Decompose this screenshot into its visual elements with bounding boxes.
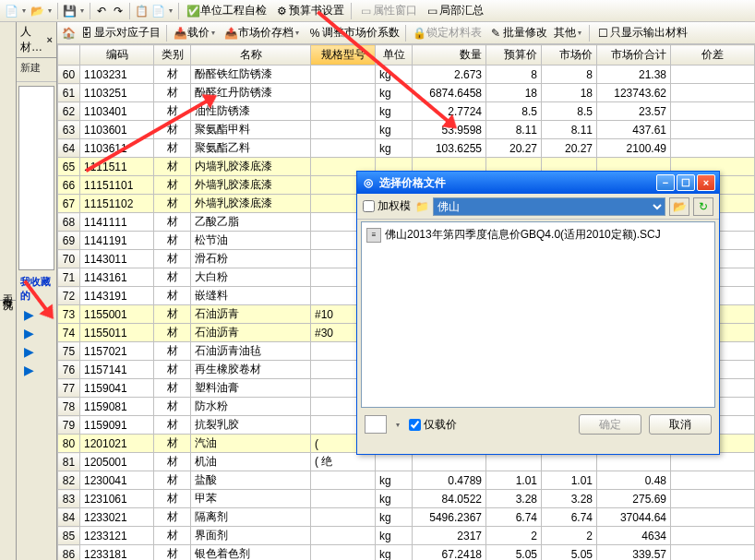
spec-cell[interactable]	[311, 121, 376, 139]
file-list[interactable]: ≡ 佛山2013年第四季度信息价GBQ4.0(适用2010定额).SCJ	[361, 221, 715, 408]
type-header[interactable]: 类别	[154, 45, 191, 66]
code-cell[interactable]: 1141111	[80, 213, 154, 232]
show-children-button[interactable]: 🗄显示对应子目	[77, 24, 163, 42]
dprice-cell[interactable]	[671, 490, 755, 508]
code-cell[interactable]: 1159081	[80, 398, 154, 416]
lock-table-button[interactable]: 🔒锁定材料表	[409, 24, 485, 42]
code-cell[interactable]: 1111511	[80, 158, 154, 176]
paste-icon[interactable]: 📄	[150, 4, 165, 18]
dprice-cell[interactable]	[671, 527, 755, 545]
price-cell[interactable]: 5.05	[486, 545, 542, 561]
code-cell[interactable]: 1157021	[80, 342, 154, 361]
code-cell[interactable]: 1159041	[80, 379, 154, 398]
price-cell[interactable]: 20.27	[486, 139, 542, 158]
weighted-checkbox[interactable]: 加权模	[363, 198, 411, 214]
price-cell[interactable]	[486, 453, 542, 471]
qty-cell[interactable]: 5496.2367	[413, 508, 486, 527]
unit-cell[interactable]: kg	[376, 102, 413, 121]
dprice-cell[interactable]	[671, 545, 755, 561]
adjust-coeff-button[interactable]: %调整市场价系数	[305, 24, 402, 42]
total-cell[interactable]: 437.61	[597, 121, 671, 139]
name-cell[interactable]: 大白粉	[191, 268, 311, 287]
qty-cell[interactable]: 67.2418	[413, 545, 486, 561]
table-row[interactable]: 63 1103601 材 聚氨酯甲料 kg 53.9598 8.11 8.11 …	[58, 121, 755, 139]
name-cell[interactable]: 甲苯	[191, 490, 311, 508]
spec-cell[interactable]	[311, 490, 376, 508]
name-cell[interactable]: 汽油	[191, 435, 311, 453]
type-cell[interactable]: 材	[154, 268, 191, 287]
dprice-cell[interactable]	[671, 66, 755, 84]
table-row[interactable]: 82 1230041 材 盐酸 kg 0.4789 1.01 1.01 0.48	[58, 471, 755, 490]
budget-settings-button[interactable]: ⚙预算书设置	[271, 2, 347, 19]
code-cell[interactable]: 1155001	[80, 305, 154, 324]
close-icon[interactable]: ×	[47, 34, 53, 45]
favorites-item[interactable]: 我收藏的	[17, 272, 56, 305]
type-cell[interactable]: 材	[154, 490, 191, 508]
spec-cell[interactable]	[311, 471, 376, 490]
table-row[interactable]: 61 1103251 材 酚醛红丹防锈漆 kg 6874.6458 18 18 …	[58, 84, 755, 102]
name-cell[interactable]: 界面剂	[191, 527, 311, 545]
name-cell[interactable]: 酚醛铁红防锈漆	[191, 66, 311, 84]
spec-cell[interactable]	[311, 102, 376, 121]
code-cell[interactable]: 1233021	[80, 508, 154, 527]
type-cell[interactable]: 材	[154, 508, 191, 527]
spec-cell[interactable]	[311, 545, 376, 561]
type-cell[interactable]: 材	[154, 305, 191, 324]
dropdown-arrow-icon[interactable]: ▾	[394, 421, 401, 429]
type-cell[interactable]: 材	[154, 102, 191, 121]
load-price-button[interactable]: 📥载价▾	[170, 24, 220, 42]
mprice-cell[interactable]: 8	[542, 66, 597, 84]
dprice-header[interactable]: 价差	[671, 45, 755, 66]
mprice-cell[interactable]: 8.11	[542, 121, 597, 139]
unit-cell[interactable]: kg	[376, 545, 413, 561]
load-price-only-checkbox[interactable]: 仅载价	[409, 417, 457, 433]
table-row[interactable]: 60 1103231 材 酚醛铁红防锈漆 kg 2.673 8 8 21.38	[58, 66, 755, 84]
spec-cell[interactable]: ( 绝	[311, 453, 376, 471]
type-cell[interactable]: 材	[154, 84, 191, 102]
table-row[interactable]: 64 1103611 材 聚氨酯乙料 kg 103.6255 20.27 20.…	[58, 139, 755, 158]
name-cell[interactable]: 酚醛红丹防锈漆	[191, 84, 311, 102]
type-cell[interactable]: 材	[154, 545, 191, 561]
qty-cell[interactable]: 6874.6458	[413, 84, 486, 102]
type-cell[interactable]: 材	[154, 435, 191, 453]
unit-cell[interactable]: kg	[376, 139, 413, 158]
type-cell[interactable]: 材	[154, 324, 191, 342]
table-row[interactable]: 86 1233181 材 银色着色剂 kg 67.2418 5.05 5.05 …	[58, 545, 755, 561]
spec-cell[interactable]	[311, 508, 376, 527]
total-cell[interactable]	[597, 453, 671, 471]
dprice-cell[interactable]	[671, 102, 755, 121]
name-cell[interactable]: 松节油	[191, 232, 311, 250]
type-cell[interactable]: 材	[154, 232, 191, 250]
mprice-cell[interactable]: 20.27	[542, 139, 597, 158]
name-header[interactable]: 名称	[191, 45, 311, 66]
dropdown-arrow-icon[interactable]: ▾	[46, 6, 54, 15]
mprice-cell[interactable]: 1.01	[542, 471, 597, 490]
price-cell[interactable]: 1.01	[486, 471, 542, 490]
code-cell[interactable]: 1143161	[80, 268, 154, 287]
property-window-button[interactable]: ▭属性窗口	[355, 2, 420, 19]
name-cell[interactable]: 聚氨酯乙料	[191, 139, 311, 158]
name-cell[interactable]: 银色着色剂	[191, 545, 311, 561]
code-cell[interactable]: 1143011	[80, 250, 154, 268]
name-cell[interactable]: 外墙乳胶漆底漆	[191, 176, 311, 195]
spec-cell[interactable]	[311, 139, 376, 158]
table-row[interactable]: 62 1103401 材 油性防锈漆 kg 2.7724 8.5 8.5 23.…	[58, 102, 755, 121]
dropdown-arrow-icon[interactable]: ▾	[167, 6, 174, 15]
name-cell[interactable]: 聚氨酯甲料	[191, 121, 311, 139]
blank-doc-icon[interactable]: 📄	[4, 4, 18, 18]
output-only-checkbox[interactable]: ☐只显示输出材料	[593, 24, 690, 42]
dropdown-arrow-icon[interactable]: ▾	[20, 6, 28, 15]
name-cell[interactable]: 嵌缝料	[191, 287, 311, 305]
spec-header[interactable]: 规格型号	[311, 45, 376, 66]
qty-cell[interactable]: 84.0522	[413, 490, 486, 508]
save-icon[interactable]: 💾	[62, 4, 77, 18]
type-cell[interactable]: 材	[154, 158, 191, 176]
code-cell[interactable]: 1143191	[80, 287, 154, 305]
dprice-cell[interactable]	[671, 139, 755, 158]
new-item[interactable]: 新建	[17, 58, 56, 77]
mprice-cell[interactable]: 3.28	[542, 490, 597, 508]
total-cell[interactable]: 339.57	[597, 545, 671, 561]
other-button[interactable]: 其他▾	[551, 24, 586, 42]
batch-edit-button[interactable]: ✎批量修改	[485, 24, 550, 42]
file-item[interactable]: ≡ 佛山2013年第四季度信息价GBQ4.0(适用2010定额).SCJ	[366, 226, 711, 244]
